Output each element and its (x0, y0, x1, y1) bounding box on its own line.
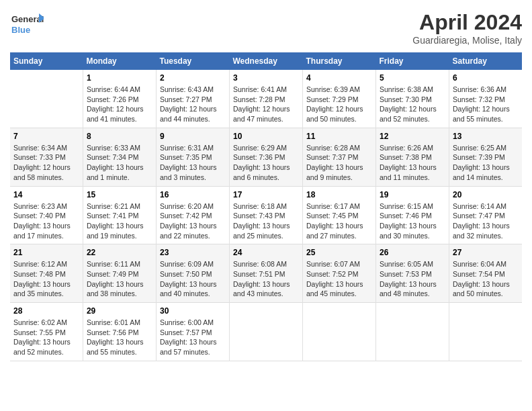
day-cell: 14Sunrise: 6:23 AMSunset: 7:40 PMDayligh… (10, 186, 83, 244)
day-number: 26 (380, 248, 445, 257)
day-number: 15 (87, 190, 152, 199)
header-wednesday: Wednesday (229, 52, 302, 70)
day-info: Sunrise: 6:07 AMSunset: 7:52 PMDaylight:… (306, 259, 372, 299)
day-cell: 10Sunrise: 6:29 AMSunset: 7:36 PMDayligh… (229, 128, 302, 186)
day-info: Sunrise: 6:08 AMSunset: 7:51 PMDaylight:… (233, 259, 299, 299)
week-row-1: 1Sunrise: 6:44 AMSunset: 7:26 PMDaylight… (10, 70, 522, 128)
day-cell: 12Sunrise: 6:26 AMSunset: 7:38 PMDayligh… (376, 128, 449, 186)
day-info: Sunrise: 6:11 AMSunset: 7:49 PMDaylight:… (87, 259, 152, 299)
day-info: Sunrise: 6:25 AMSunset: 7:39 PMDaylight:… (453, 143, 519, 183)
week-row-5: 28Sunrise: 6:02 AMSunset: 7:55 PMDayligh… (10, 303, 522, 361)
svg-text:Blue: Blue (11, 25, 30, 35)
day-cell: 6Sunrise: 6:36 AMSunset: 7:32 PMDaylight… (449, 70, 522, 128)
day-cell: 4Sunrise: 6:39 AMSunset: 7:29 PMDaylight… (302, 70, 375, 128)
day-cell: 7Sunrise: 6:34 AMSunset: 7:33 PMDaylight… (10, 128, 83, 186)
day-info: Sunrise: 6:31 AMSunset: 7:35 PMDaylight:… (160, 143, 226, 183)
day-number: 27 (453, 248, 519, 257)
week-row-4: 21Sunrise: 6:12 AMSunset: 7:48 PMDayligh… (10, 244, 522, 303)
day-number: 24 (233, 248, 299, 257)
day-number: 6 (453, 73, 519, 83)
day-info: Sunrise: 6:33 AMSunset: 7:34 PMDaylight:… (87, 143, 152, 183)
day-number: 28 (13, 306, 79, 316)
calendar-table: SundayMondayTuesdayWednesdayThursdayFrid… (10, 52, 522, 361)
day-cell: 28Sunrise: 6:02 AMSunset: 7:55 PMDayligh… (10, 303, 83, 361)
day-info: Sunrise: 6:29 AMSunset: 7:36 PMDaylight:… (233, 143, 299, 183)
day-info: Sunrise: 6:34 AMSunset: 7:33 PMDaylight:… (13, 143, 79, 183)
day-info: Sunrise: 6:36 AMSunset: 7:32 PMDaylight:… (453, 85, 519, 124)
day-cell (229, 303, 302, 361)
header-row: SundayMondayTuesdayWednesdayThursdayFrid… (10, 52, 522, 70)
day-cell: 11Sunrise: 6:28 AMSunset: 7:37 PMDayligh… (302, 128, 375, 186)
svg-text:General: General (11, 14, 44, 24)
day-cell: 29Sunrise: 6:01 AMSunset: 7:56 PMDayligh… (83, 303, 156, 361)
day-info: Sunrise: 6:23 AMSunset: 7:40 PMDaylight:… (13, 201, 79, 241)
day-info: Sunrise: 6:26 AMSunset: 7:38 PMDaylight:… (380, 143, 445, 183)
day-cell: 16Sunrise: 6:20 AMSunset: 7:42 PMDayligh… (156, 186, 229, 244)
day-number: 11 (306, 132, 372, 141)
day-info: Sunrise: 6:41 AMSunset: 7:28 PMDaylight:… (233, 85, 299, 124)
day-cell: 23Sunrise: 6:09 AMSunset: 7:50 PMDayligh… (156, 244, 229, 303)
day-info: Sunrise: 6:44 AMSunset: 7:26 PMDaylight:… (87, 85, 152, 124)
day-cell: 13Sunrise: 6:25 AMSunset: 7:39 PMDayligh… (449, 128, 522, 186)
day-number: 29 (87, 306, 152, 316)
page-header: General Blue April 2024 Guardiaregia, Mo… (10, 10, 522, 46)
header-tuesday: Tuesday (156, 52, 229, 70)
header-thursday: Thursday (302, 52, 375, 70)
day-number: 21 (13, 248, 79, 257)
day-number: 14 (13, 190, 79, 199)
day-number: 18 (306, 190, 372, 199)
day-info: Sunrise: 6:01 AMSunset: 7:56 PMDaylight:… (87, 318, 152, 357)
day-info: Sunrise: 6:14 AMSunset: 7:47 PMDaylight:… (453, 201, 519, 241)
day-number: 8 (87, 132, 152, 141)
day-info: Sunrise: 6:39 AMSunset: 7:29 PMDaylight:… (306, 85, 372, 124)
day-cell (449, 303, 522, 361)
day-info: Sunrise: 6:00 AMSunset: 7:57 PMDaylight:… (160, 318, 226, 357)
day-info: Sunrise: 6:21 AMSunset: 7:41 PMDaylight:… (87, 201, 152, 241)
day-number: 30 (160, 306, 226, 316)
day-number: 25 (306, 248, 372, 257)
day-cell (302, 303, 375, 361)
day-info: Sunrise: 6:17 AMSunset: 7:45 PMDaylight:… (306, 201, 372, 241)
day-cell: 8Sunrise: 6:33 AMSunset: 7:34 PMDaylight… (83, 128, 156, 186)
week-row-3: 14Sunrise: 6:23 AMSunset: 7:40 PMDayligh… (10, 186, 522, 244)
day-info: Sunrise: 6:12 AMSunset: 7:48 PMDaylight:… (13, 259, 79, 299)
day-info: Sunrise: 6:38 AMSunset: 7:30 PMDaylight:… (380, 85, 445, 124)
day-cell: 30Sunrise: 6:00 AMSunset: 7:57 PMDayligh… (156, 303, 229, 361)
day-cell: 25Sunrise: 6:07 AMSunset: 7:52 PMDayligh… (302, 244, 375, 303)
day-info: Sunrise: 6:20 AMSunset: 7:42 PMDaylight:… (160, 201, 226, 241)
day-number: 12 (380, 132, 445, 141)
location-subtitle: Guardiaregia, Molise, Italy (412, 35, 522, 46)
day-cell: 22Sunrise: 6:11 AMSunset: 7:49 PMDayligh… (83, 244, 156, 303)
day-number: 16 (160, 190, 226, 199)
day-cell: 18Sunrise: 6:17 AMSunset: 7:45 PMDayligh… (302, 186, 375, 244)
title-block: April 2024 Guardiaregia, Molise, Italy (412, 10, 522, 46)
header-saturday: Saturday (449, 52, 522, 70)
day-cell: 9Sunrise: 6:31 AMSunset: 7:35 PMDaylight… (156, 128, 229, 186)
day-cell: 20Sunrise: 6:14 AMSunset: 7:47 PMDayligh… (449, 186, 522, 244)
day-number: 19 (380, 190, 445, 199)
logo: General Blue (10, 10, 44, 40)
day-number: 2 (160, 73, 226, 83)
day-cell: 27Sunrise: 6:04 AMSunset: 7:54 PMDayligh… (449, 244, 522, 303)
day-number: 22 (87, 248, 152, 257)
day-number: 17 (233, 190, 299, 199)
day-number: 13 (453, 132, 519, 141)
day-info: Sunrise: 6:43 AMSunset: 7:27 PMDaylight:… (160, 85, 226, 124)
day-cell: 17Sunrise: 6:18 AMSunset: 7:43 PMDayligh… (229, 186, 302, 244)
day-cell: 21Sunrise: 6:12 AMSunset: 7:48 PMDayligh… (10, 244, 83, 303)
day-cell: 2Sunrise: 6:43 AMSunset: 7:27 PMDaylight… (156, 70, 229, 128)
day-number: 23 (160, 248, 226, 257)
day-cell (376, 303, 449, 361)
header-friday: Friday (376, 52, 449, 70)
day-number: 5 (380, 73, 445, 83)
header-sunday: Sunday (10, 52, 83, 70)
logo-svg: General Blue (10, 10, 44, 40)
day-info: Sunrise: 6:28 AMSunset: 7:37 PMDaylight:… (306, 143, 372, 183)
day-info: Sunrise: 6:15 AMSunset: 7:46 PMDaylight:… (380, 201, 445, 241)
day-cell: 19Sunrise: 6:15 AMSunset: 7:46 PMDayligh… (376, 186, 449, 244)
day-cell: 5Sunrise: 6:38 AMSunset: 7:30 PMDaylight… (376, 70, 449, 128)
month-title: April 2024 (412, 10, 522, 35)
day-info: Sunrise: 6:05 AMSunset: 7:53 PMDaylight:… (380, 259, 445, 299)
day-info: Sunrise: 6:18 AMSunset: 7:43 PMDaylight:… (233, 201, 299, 241)
day-number: 4 (306, 73, 372, 83)
